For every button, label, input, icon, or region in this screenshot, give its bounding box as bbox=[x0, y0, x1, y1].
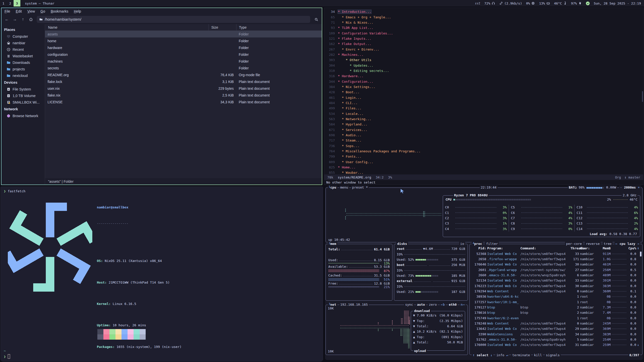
workspace-button[interactable]: 2 bbox=[7, 0, 14, 7]
sidebar-item[interactable]: Computer bbox=[2, 33, 45, 40]
update-interval-control[interactable]: - 2000ms + bbox=[619, 186, 641, 189]
file-row[interactable]: hardware Folder bbox=[45, 44, 322, 51]
column-header-size[interactable]: Size bbox=[209, 24, 236, 30]
net-option-button[interactable]: ←b bbox=[440, 303, 446, 306]
org-heading-line[interactable]: 303 * Other Utils bbox=[324, 57, 643, 63]
mem-box-title[interactable]: 2mem bbox=[328, 242, 337, 246]
org-heading-line[interactable]: 428 * Boot... bbox=[324, 89, 643, 95]
menu-item[interactable]: Edit bbox=[16, 9, 22, 13]
home-button[interactable] bbox=[27, 16, 35, 23]
org-heading-line[interactable]: 65 * Emacs + Org + Tangle... bbox=[324, 14, 643, 20]
process-row[interactable]: 38936 kworker/u64:6-kc 1 root 0B 0.0 bbox=[470, 294, 642, 299]
net-option-button[interactable]: zero bbox=[428, 303, 438, 306]
proc-box-title[interactable]: 4proc bbox=[472, 242, 483, 246]
network-status[interactable]: (2.9kb/s) bbox=[499, 2, 522, 5]
org-heading-line[interactable]: 717 * Steam... bbox=[324, 138, 643, 143]
preset-button[interactable]: preset * bbox=[351, 186, 369, 189]
org-heading-line[interactable]: 282 * Machines... bbox=[324, 52, 643, 57]
net-option-button[interactable]: sync bbox=[404, 303, 414, 306]
org-heading-line[interactable]: 534 * Locale... bbox=[324, 111, 643, 116]
scroll-up-icon[interactable]: ↑ bbox=[637, 246, 640, 250]
org-heading-line[interactable]: 162 * Flake Output... bbox=[324, 41, 643, 47]
org-heading-line[interactable]: 461 * Login... bbox=[324, 95, 643, 100]
org-heading-line[interactable]: 809 * User Config... bbox=[324, 159, 643, 165]
process-row[interactable]: 175749 kworker/6:2-even 1 root 0B 0.0 bbox=[470, 315, 642, 321]
sidebar-item[interactable]: projects bbox=[2, 66, 45, 72]
btop-window[interactable]: 1cpu menu preset * 22:19:44 BAT○ 98% ■■■… bbox=[325, 187, 643, 360]
header-command[interactable]: Command: bbox=[520, 246, 569, 250]
menu-button[interactable]: menu bbox=[339, 186, 349, 189]
process-row[interactable]: 176000 Isolated Web Co /nix/store/sm8fmr… bbox=[470, 342, 642, 347]
org-heading-line[interactable]: 121 * Flake Inputs... bbox=[324, 36, 643, 41]
process-row[interactable]: 176223 Isolated Web Co /nix/store/sm8fmr… bbox=[470, 283, 642, 288]
workspace-button[interactable]: 1 bbox=[0, 0, 7, 7]
filter-button[interactable]: filter bbox=[485, 242, 499, 246]
proc-scrollbar-thumb[interactable] bbox=[640, 252, 641, 256]
column-header-name[interactable]: Name bbox=[45, 24, 209, 30]
cpu-status[interactable]: 0% bbox=[526, 2, 535, 5]
process-row[interactable]: 178248 Web Content /nix/store/sm8fmrf3wp… bbox=[470, 321, 642, 326]
header-mem[interactable]: MemB bbox=[599, 246, 611, 250]
org-heading-line[interactable]: 671 * Services... bbox=[324, 127, 643, 132]
process-row[interactable]: 51762 .emacs-31.0.50- /nix/store/wnqz5pa… bbox=[470, 337, 642, 342]
sidebar-item[interactable]: nextcloud bbox=[2, 72, 45, 79]
up-button[interactable]: ↑ bbox=[19, 16, 27, 23]
org-heading-line[interactable]: 93 * TLDR App List... bbox=[324, 25, 643, 30]
sidebar-item[interactable]: SMALLBOX Wi... bbox=[2, 99, 45, 106]
process-row[interactable]: 178294 Web Content /nix/store/sm8fmrf3wp… bbox=[470, 289, 642, 294]
process-row[interactable]: 13642 Isolated Web Co /nix/store/sm8fmrf… bbox=[470, 326, 642, 331]
sidebar-item[interactable]: Downloads bbox=[2, 59, 45, 66]
sidebar-item[interactable]: File System bbox=[2, 86, 45, 93]
org-heading-line[interactable]: 563 * Networking... bbox=[324, 116, 643, 122]
idle-inhibitor[interactable]: zzZ bbox=[475, 2, 480, 5]
file-row[interactable]: README.org 76,4 KiB Org-mode file bbox=[45, 71, 322, 78]
io-mode-button[interactable]: io bbox=[459, 242, 465, 246]
process-row[interactable]: 2658 .firefox-wrappe /nix/store/sm8fmrf3… bbox=[470, 256, 642, 262]
org-heading-line[interactable]: 484 * CLI... bbox=[324, 100, 643, 106]
file-row[interactable]: assets Folder bbox=[45, 31, 322, 37]
process-row[interactable]: 3390 WebExtensions /nix/store/sm8fmrf3wp… bbox=[470, 332, 642, 337]
org-heading-line[interactable]: 736 * Sops... bbox=[324, 143, 643, 149]
sidebar-item[interactable]: Recent bbox=[2, 46, 45, 53]
net-box-title[interactable]: 3net bbox=[328, 303, 337, 306]
file-row[interactable]: flake.nix 2,5 KiB Plain text document bbox=[45, 92, 322, 99]
workspace-button[interactable]: 3 bbox=[14, 0, 20, 7]
org-heading-line[interactable]: 71 * Nix & Nixos... bbox=[324, 20, 643, 25]
process-row[interactable]: 2660 .emacs-31.0.50- /nix/store/wnqz5pa8… bbox=[470, 273, 642, 278]
temperature-status[interactable]: 46°C bbox=[554, 2, 567, 5]
shell-prompt-empty[interactable]: ❯ bbox=[4, 354, 10, 359]
org-heading-line[interactable]: 34 * Introduction... bbox=[324, 9, 643, 14]
battery-status[interactable]: 97% bbox=[571, 2, 582, 5]
process-row[interactable]: 178616 btop btop 2 nambiar 7.4M 0.0 bbox=[470, 310, 642, 315]
sidebar-item[interactable]: Browse Network bbox=[2, 113, 45, 119]
process-row[interactable]: 52134 Isolated Web Co /nix/store/sm8fmrf… bbox=[470, 278, 642, 283]
updates-ok-icon[interactable] bbox=[586, 2, 590, 5]
terminal-window[interactable]: ❯ fastfetch nambiar@smallbox -----------… bbox=[1, 187, 323, 361]
menu-item[interactable]: File bbox=[5, 9, 10, 13]
org-heading-line[interactable]: 698 * Audio... bbox=[324, 132, 643, 138]
process-row[interactable]: 177257 kworker/10:1-mm_ 1 root 0B 0.0 bbox=[470, 299, 642, 304]
org-heading-line[interactable]: 384 * Nix Settings... bbox=[324, 84, 643, 89]
org-heading-line[interactable]: 799 * Fonts... bbox=[324, 154, 643, 159]
emacs-scrollbar[interactable] bbox=[642, 91, 643, 102]
search-button[interactable] bbox=[312, 16, 320, 23]
file-row[interactable]: configuration Folder bbox=[45, 51, 322, 58]
cpu-box-title[interactable]: 1cpu bbox=[328, 186, 337, 189]
header-cpu[interactable]: Cpu% bbox=[627, 246, 636, 250]
menu-item[interactable]: Go bbox=[41, 9, 45, 13]
org-heading-line[interactable]: 109 * Configuration Variables... bbox=[324, 30, 643, 36]
sidebar-item[interactable]: 1,0 TB Volume bbox=[2, 93, 45, 99]
org-heading-line[interactable]: 344 * Configuration... bbox=[324, 79, 643, 84]
org-heading-line[interactable]: 584 * Hyprland... bbox=[324, 122, 643, 127]
header-program[interactable]: Program: bbox=[487, 246, 519, 250]
file-row[interactable]: machines Folder bbox=[45, 58, 322, 65]
menu-item[interactable]: Help bbox=[74, 9, 81, 13]
file-row[interactable]: flake.lock 3,1 KiB Plain text document bbox=[45, 78, 322, 85]
net-option-button[interactable]: n→ bbox=[460, 303, 466, 306]
clock[interactable]: Sun, 28 Sep 2025 - 22:19 bbox=[594, 2, 641, 5]
kill-button[interactable]: kill bbox=[533, 353, 543, 357]
menu-item[interactable]: Bookmarks bbox=[51, 9, 68, 13]
disks-box-title[interactable]: disks bbox=[396, 242, 408, 246]
file-row[interactable]: secrets Folder bbox=[45, 65, 322, 71]
org-heading-line[interactable]: 764 * Miscellaneous Packages and Program… bbox=[324, 149, 643, 154]
